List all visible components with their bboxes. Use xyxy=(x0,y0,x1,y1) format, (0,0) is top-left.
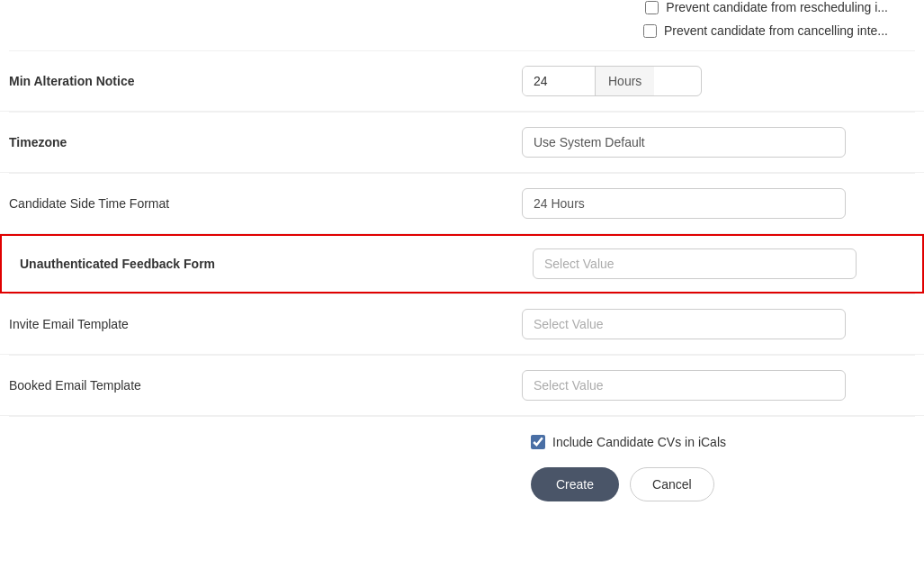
timezone-control: Use System Default xyxy=(522,127,924,158)
booked-email-label: Booked Email Template xyxy=(0,378,522,393)
include-cvs-checkbox[interactable] xyxy=(531,435,545,449)
prevent-reschedule-checkbox[interactable] xyxy=(645,1,659,14)
min-alteration-notice-row: Min Alteration Notice Hours xyxy=(0,51,924,112)
hours-number-input[interactable] xyxy=(523,67,595,95)
timezone-value[interactable]: Use System Default xyxy=(522,127,846,158)
cancel-button[interactable]: Cancel xyxy=(630,467,714,501)
prevent-cancel-row: Prevent candidate from cancelling inte..… xyxy=(643,23,888,38)
page-container: Prevent candidate from rescheduling i...… xyxy=(0,0,924,587)
booked-email-control: Select Value xyxy=(522,370,924,401)
booked-email-placeholder: Select Value xyxy=(534,378,604,393)
timezone-label: Timezone xyxy=(0,135,522,149)
feedback-form-select[interactable]: Select Value xyxy=(533,248,857,279)
prevent-cancel-checkbox[interactable] xyxy=(643,24,657,38)
time-format-value[interactable]: 24 Hours xyxy=(522,188,846,219)
time-format-label: Candidate Side Time Format xyxy=(0,196,522,211)
prevent-cancel-label: Prevent candidate from cancelling inte..… xyxy=(664,23,888,38)
invite-email-placeholder: Select Value xyxy=(534,317,604,331)
create-button[interactable]: Create xyxy=(531,467,619,501)
prevent-reschedule-row: Prevent candidate from rescheduling i... xyxy=(645,0,888,14)
invite-email-row: Invite Email Template Select Value xyxy=(0,294,924,355)
bottom-section: Include Candidate CVs in iCals Create Ca… xyxy=(0,417,924,519)
invite-email-select[interactable]: Select Value xyxy=(522,309,846,339)
top-checkboxes-area: Prevent candidate from rescheduling i...… xyxy=(0,0,924,47)
include-cvs-row: Include Candidate CVs in iCals xyxy=(531,435,888,449)
booked-email-select[interactable]: Select Value xyxy=(522,370,846,401)
feedback-form-control: Select Value xyxy=(533,248,913,279)
time-format-row: Candidate Side Time Format 24 Hours xyxy=(0,174,924,234)
invite-email-control: Select Value xyxy=(522,309,924,339)
time-format-control: 24 Hours xyxy=(522,188,924,219)
timezone-row: Timezone Use System Default xyxy=(0,113,924,173)
hours-input-group: Hours xyxy=(522,66,702,96)
feedback-form-placeholder: Select Value xyxy=(544,257,615,271)
booked-email-row: Booked Email Template Select Value xyxy=(0,356,924,416)
invite-email-label: Invite Email Template xyxy=(0,317,522,331)
hours-addon: Hours xyxy=(595,67,654,95)
feedback-form-label: Unauthenticated Feedback Form xyxy=(11,257,533,271)
feedback-form-row: Unauthenticated Feedback Form Select Val… xyxy=(0,234,924,294)
action-buttons: Create Cancel xyxy=(531,467,888,501)
include-cvs-label: Include Candidate CVs in iCals xyxy=(552,435,726,449)
prevent-reschedule-label: Prevent candidate from rescheduling i... xyxy=(666,0,888,14)
min-alteration-notice-label: Min Alteration Notice xyxy=(0,74,522,88)
min-alteration-notice-control: Hours xyxy=(522,66,924,96)
